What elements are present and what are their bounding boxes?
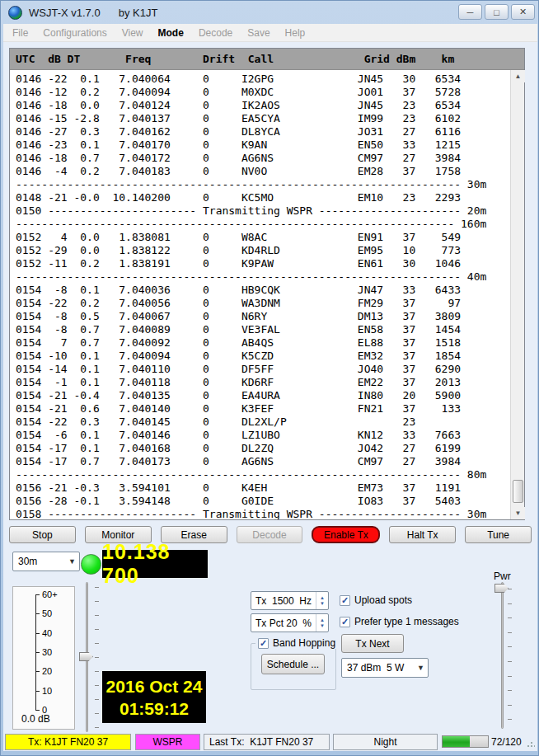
- decode-row: 0148 -21 -0.0 10.140200 0 KC5MO EM10 23 …: [16, 191, 510, 204]
- slider-tick: [508, 589, 512, 589]
- progress-fill: [443, 736, 470, 747]
- toolbar: StopMonitorEraseDecodeEnable TxHalt TxTu…: [9, 526, 532, 543]
- slider-thumb[interactable]: [79, 652, 93, 661]
- decode-row: 0154 -8 0.7 7.040089 0 VE3FAL EN58 37 14…: [16, 323, 510, 336]
- halt-tx-button[interactable]: Halt Tx: [389, 526, 456, 543]
- band-select-value: 30m: [13, 556, 65, 567]
- meter-tick-label: 40: [42, 629, 52, 638]
- decode-row: 0146 -18 0.0 7.040124 0 IK2AOS JN45 23 6…: [16, 99, 510, 112]
- schedule-button[interactable]: Schedule ...: [261, 654, 325, 674]
- tx-freq-spinner[interactable]: Tx 1500 Hz ▲▼: [251, 591, 329, 610]
- slider-tick: [95, 587, 99, 588]
- slider-tick: [508, 646, 512, 647]
- decode-row: 0154 -8 0.1 7.040036 0 HB9CQK JN47 33 64…: [16, 284, 510, 297]
- day-night-status: Night: [333, 734, 438, 750]
- checkbox-check-icon[interactable]: ✓: [258, 638, 269, 649]
- decode-table-header: UTC dB DT Freq Drift Call Grid dBm km: [10, 49, 524, 70]
- meter-tick-label: 30: [42, 648, 52, 657]
- band-select[interactable]: 30m ▼: [12, 552, 80, 571]
- rx-progress-bar: [442, 735, 489, 748]
- decode-row: 0154 7 0.7 7.040092 0 AB4QS EL88 37 1518: [16, 336, 510, 350]
- decode-row: 0146 -15 -2.8 7.040137 0 EA5CYA IM99 23 …: [16, 112, 510, 125]
- stop-button[interactable]: Stop: [9, 526, 76, 543]
- meter-tick: [35, 671, 40, 672]
- menu-item-view[interactable]: View: [115, 24, 151, 42]
- vertical-scrollbar[interactable]: ▲ ▼: [510, 70, 524, 519]
- decode-row: 0154 -21 0.6 7.040140 0 K3FEF FN21 37 13…: [16, 402, 510, 416]
- checkbox-check-icon[interactable]: ✓: [340, 617, 350, 627]
- slider-tick: [95, 699, 99, 700]
- meter-tick: [35, 652, 40, 653]
- menu-item-save[interactable]: Save: [240, 24, 277, 42]
- tx-next-button[interactable]: Tx Next: [341, 634, 404, 653]
- maximize-button[interactable]: □: [485, 4, 509, 20]
- rx-meter: 60+50403020100 0.0 dB: [12, 586, 75, 730]
- close-button[interactable]: ✕: [511, 4, 535, 20]
- meter-tick-label: 10: [42, 687, 52, 696]
- decode-row: 0156 -21 -0.3 3.594101 0 K4EH EM73 37 11…: [16, 481, 510, 495]
- decode-button[interactable]: Decode: [237, 526, 303, 543]
- band-hopping-checkbox[interactable]: ✓ Band Hopping: [255, 637, 338, 649]
- decode-table-body[interactable]: 0146 -22 0.1 7.040064 0 I2GPG JN45 30 65…: [10, 70, 510, 519]
- meter-tick: [35, 613, 40, 614]
- window-title: WSJT-X v1.7.0: [29, 7, 101, 19]
- decode-row: 0146 -12 0.2 7.040094 0 M0XDC JO01 37 57…: [16, 86, 510, 99]
- decode-row: 0154 -8 0.5 7.040067 0 N6RY DM13 37 3809: [16, 310, 510, 323]
- slider-tick: [508, 705, 512, 706]
- decode-row: 0154 -1 0.1 7.040118 0 KD6RF EM22 37 201…: [16, 376, 510, 389]
- transmitting-row: 0150 ----------------------- Transmittin…: [16, 204, 510, 218]
- scrollbar-thumb[interactable]: [513, 480, 523, 503]
- chevron-down-icon: ▼: [65, 557, 79, 566]
- band-separator-row: ----------------------------------------…: [16, 178, 510, 191]
- prefer-type1-checkbox[interactable]: ✓ Prefer type 1 messages: [340, 616, 459, 627]
- slider-tick: [95, 671, 99, 672]
- slider-tick: [95, 657, 99, 658]
- menu-item-file[interactable]: File: [5, 24, 35, 42]
- prefer-type1-label: Prefer type 1 messages: [354, 616, 459, 627]
- slider-groove: [501, 582, 504, 729]
- upload-spots-checkbox[interactable]: ✓ Upload spots: [340, 594, 412, 606]
- slider-tick: [95, 643, 99, 644]
- tx-message-badge: Tx: K1JT FN20 37: [5, 734, 131, 750]
- menu-item-help[interactable]: Help: [278, 24, 313, 42]
- decode-row: 0154 -22 0.2 7.040056 0 WA3DNM FM29 37 9…: [16, 297, 510, 310]
- meter-tick: [35, 594, 40, 595]
- power-select[interactable]: 37 dBm 5 W ▼: [341, 658, 429, 678]
- minimize-button[interactable]: ─: [458, 4, 482, 20]
- slider-thumb[interactable]: [494, 584, 509, 593]
- menu-item-mode[interactable]: Mode: [151, 24, 191, 42]
- status-bar: Tx: K1JT FN20 37 WSPR Last Tx: K1JT FN20…: [3, 733, 537, 751]
- tx-pct-spinner[interactable]: Tx Pct 20 % ▲▼: [251, 613, 329, 632]
- decode-row: 0152 -29 0.0 1.838122 0 KD4RLD EM95 10 7…: [16, 244, 510, 257]
- tune-button[interactable]: Tune: [465, 526, 532, 543]
- decode-row: 0156 -28 -0.1 3.594148 0 G0IDE IO83 37 5…: [16, 495, 510, 508]
- meter-tick-label: 20: [42, 667, 52, 676]
- menu-item-decode[interactable]: Decode: [191, 24, 240, 42]
- decode-row: 0146 -4 0.2 7.040183 0 NV0O EM28 37 1758: [16, 165, 510, 178]
- spinner-arrows-icon[interactable]: ▲▼: [316, 614, 328, 632]
- frequency-display: 10.138 700: [102, 550, 208, 578]
- slider-tick: [95, 615, 99, 616]
- decode-row: 0146 -22 0.1 7.040064 0 I2GPG JN45 30 65…: [16, 73, 510, 86]
- pwr-slider[interactable]: [494, 580, 515, 730]
- last-tx-status: Last Tx: K1JT FN20 37: [204, 734, 330, 750]
- slider-tick: [508, 690, 512, 691]
- tx-freq-value: Tx 1500 Hz: [251, 595, 316, 607]
- resize-grip-icon[interactable]: [527, 740, 535, 748]
- slider-tick: [95, 727, 99, 728]
- meter-tick: [35, 633, 40, 634]
- band-separator-row: ----------------------------------------…: [16, 468, 510, 481]
- rx-gain-slider[interactable]: [78, 580, 100, 734]
- clock-time: 01:59:12: [120, 697, 189, 720]
- band-separator-row: ----------------------------------------…: [16, 218, 510, 231]
- scroll-up-icon[interactable]: ▲: [511, 70, 525, 82]
- slider-tick: [508, 632, 512, 633]
- scroll-down-icon[interactable]: ▼: [511, 507, 525, 519]
- enable-tx-button[interactable]: Enable Tx: [312, 526, 380, 543]
- spinner-arrows-icon[interactable]: ▲▼: [316, 592, 328, 609]
- power-select-value: 37 dBm 5 W: [342, 662, 414, 674]
- slider-tick: [508, 676, 512, 677]
- menu-item-configurations[interactable]: Configurations: [35, 24, 114, 42]
- meter-tick-label: 60+: [42, 590, 58, 599]
- checkbox-check-icon[interactable]: ✓: [340, 595, 350, 606]
